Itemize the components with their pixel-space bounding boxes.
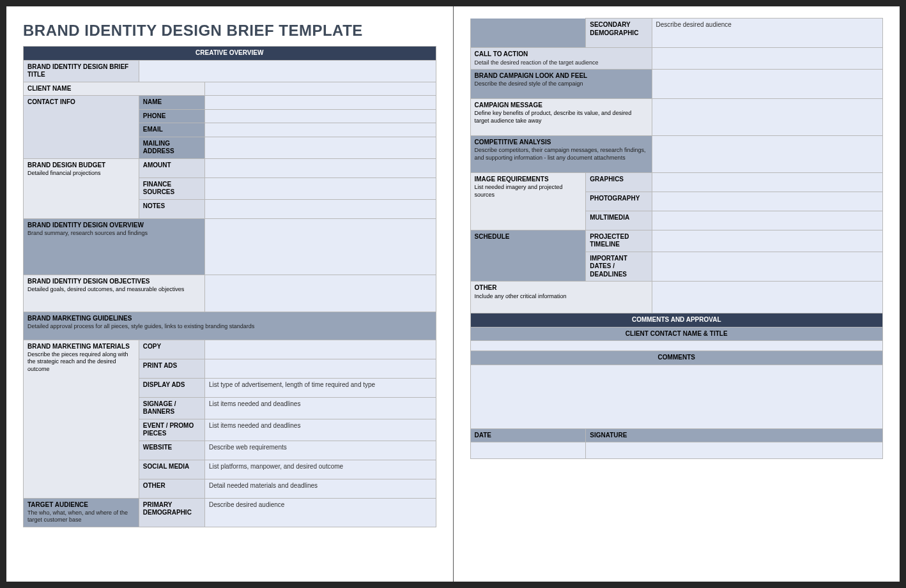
label-target-text: TARGET AUDIENCE (27, 501, 88, 508)
field-objectives[interactable] (205, 275, 436, 312)
label-email: EMAIL (139, 123, 204, 137)
label-image-req-text: IMAGE REQUIREMENTS (475, 176, 549, 183)
field-name[interactable] (205, 96, 436, 110)
comments-approval-header: COMMENTS AND APPROVAL (470, 313, 883, 328)
field-print-ads[interactable] (205, 359, 436, 378)
field-comments[interactable] (470, 365, 883, 428)
label-target-sub: The who, what, when, and where of the ta… (27, 509, 135, 524)
label-look-feel-text: BRAND CAMPAIGN LOOK AND FEEL (475, 72, 588, 79)
field-client-name[interactable] (205, 82, 436, 96)
label-overview-sub: Brand summary, research sources and find… (27, 230, 201, 237)
label-schedule: SCHEDULE (470, 230, 586, 282)
label-overview: BRAND IDENTITY DESIGN OVERVIEW Brand sum… (24, 218, 205, 275)
field-date[interactable] (470, 442, 586, 459)
label-timeline: PROJECTED TIMELINE (586, 230, 652, 252)
label-signature: SIGNATURE (586, 428, 883, 442)
label-guidelines: BRAND MARKETING GUIDELINES Detailed appr… (24, 312, 436, 340)
field-notes[interactable] (205, 199, 436, 218)
label-brief-title: BRAND IDENTITY DESIGN BRIEF TITLE (24, 60, 139, 82)
field-phone[interactable] (205, 109, 436, 123)
field-look-feel[interactable] (652, 69, 883, 98)
label-event-promo: EVENT / PROMO PIECES (139, 419, 204, 441)
field-signature[interactable] (586, 442, 883, 459)
label-materials-text: BRAND MARKETING MATERIALS (27, 343, 130, 350)
field-multimedia[interactable] (652, 211, 883, 230)
label-overview-text: BRAND IDENTITY DESIGN OVERVIEW (27, 222, 144, 229)
field-display-ads[interactable]: List type of advertisement, length of ti… (205, 378, 436, 397)
field-email[interactable] (205, 123, 436, 137)
brief-table-page1: CREATIVE OVERVIEW BRAND IDENTITY DESIGN … (23, 46, 436, 527)
field-other[interactable] (652, 282, 883, 313)
label-secondary-demo: SECONDARY DEMOGRAPHIC (586, 19, 652, 48)
comments-header: COMMENTS (470, 351, 883, 365)
label-photography: PHOTOGRAPHY (586, 192, 652, 211)
label-mailing-address: MAILING ADDRESS (139, 137, 204, 158)
creative-overview-header: CREATIVE OVERVIEW (24, 47, 436, 61)
field-amount[interactable] (205, 158, 436, 177)
field-finance-sources[interactable] (205, 177, 436, 199)
label-amount: AMOUNT (139, 158, 204, 177)
field-signage[interactable]: List items needed and deadlines (205, 397, 436, 419)
label-website: WEBSITE (139, 441, 204, 460)
label-date: DATE (470, 428, 586, 442)
label-signage: SIGNAGE / BANNERS (139, 397, 204, 419)
label-guidelines-sub: Detailed approval process for all pieces… (27, 323, 432, 330)
label-competitive-sub: Describe competitors, their campaign mes… (475, 147, 648, 162)
label-copy: COPY (139, 340, 204, 359)
field-social[interactable]: List platforms, manpower, and desired ou… (205, 460, 436, 479)
label-objectives-sub: Detailed goals, desired outcomes, and me… (27, 286, 201, 293)
field-competitive[interactable] (652, 135, 883, 172)
label-contact-info: CONTACT INFO (24, 96, 139, 159)
label-deadlines: IMPORTANT DATES / DEADLINES (586, 252, 652, 282)
field-brief-title[interactable] (139, 60, 436, 82)
label-budget: BRAND DESIGN BUDGET Detailed financial p… (24, 158, 139, 218)
brief-table-page2: SECONDARY DEMOGRAPHIC Describe desired a… (470, 18, 884, 459)
field-overview[interactable] (205, 218, 436, 275)
field-client-contact[interactable] (470, 341, 883, 351)
label-objectives-text: BRAND IDENTITY DESIGN OBJECTIVES (27, 278, 150, 285)
label-phone: PHONE (139, 109, 204, 123)
label-campaign-msg-text: CAMPAIGN MESSAGE (475, 102, 543, 109)
label-client-name: CLIENT NAME (24, 82, 205, 96)
page-2: SECONDARY DEMOGRAPHIC Describe desired a… (454, 6, 900, 582)
field-deadlines[interactable] (652, 252, 883, 282)
label-objectives: BRAND IDENTITY DESIGN OBJECTIVES Detaile… (24, 275, 205, 312)
label-multimedia: MULTIMEDIA (586, 211, 652, 230)
label-graphics: GRAPHICS (586, 172, 652, 192)
page-title: BRAND IDENTITY DESIGN BRIEF TEMPLATE (23, 22, 436, 40)
field-copy[interactable] (205, 340, 436, 359)
label-cta-text: CALL TO ACTION (475, 50, 528, 57)
field-campaign-msg[interactable] (652, 98, 883, 135)
label-display-ads: DISPLAY ADS (139, 378, 204, 397)
label-target-cont (470, 19, 586, 48)
label-image-req-sub: List needed imagery and projected source… (475, 184, 582, 199)
field-secondary-demo[interactable]: Describe desired audience (652, 19, 883, 48)
label-competitive-text: COMPETITIVE ANALYSIS (475, 139, 551, 146)
field-website[interactable]: Describe web requirements (205, 441, 436, 460)
label-image-req: IMAGE REQUIREMENTS List needed imagery a… (470, 172, 586, 230)
label-competitive: COMPETITIVE ANALYSIS Describe competitor… (470, 135, 652, 172)
label-other-text: OTHER (475, 284, 497, 291)
label-social: SOCIAL MEDIA (139, 460, 204, 479)
label-notes: NOTES (139, 199, 204, 218)
label-other-sub: Include any other critical information (475, 293, 648, 300)
field-photography[interactable] (652, 192, 883, 211)
label-materials-sub: Describe the pieces required along with … (27, 351, 135, 373)
label-campaign-msg: CAMPAIGN MESSAGE Define key benefits of … (470, 98, 652, 135)
label-guidelines-text: BRAND MARKETING GUIDELINES (27, 315, 132, 322)
field-event-promo[interactable]: List items needed and deadlines (205, 419, 436, 441)
label-finance-sources: FINANCE SOURCES (139, 177, 204, 199)
field-other-mat[interactable]: Detail needed materials and deadlines (205, 479, 436, 498)
label-cta: CALL TO ACTION Detail the desired reacti… (470, 48, 652, 70)
field-graphics[interactable] (652, 172, 883, 192)
label-budget-sub: Detailed financial projections (27, 170, 135, 177)
label-cta-sub: Detail the desired reaction of the targe… (475, 59, 648, 66)
page-1: BRAND IDENTITY DESIGN BRIEF TEMPLATE CRE… (6, 6, 453, 582)
field-cta[interactable] (652, 48, 883, 70)
field-mailing-address[interactable] (205, 137, 436, 158)
label-target: TARGET AUDIENCE The who, what, when, and… (24, 498, 139, 527)
label-look-feel-sub: Describe the desired style of the campai… (475, 80, 648, 87)
field-primary-demo[interactable]: Describe desired audience (205, 498, 436, 527)
label-other-mat: OTHER (139, 479, 204, 498)
field-timeline[interactable] (652, 230, 883, 252)
